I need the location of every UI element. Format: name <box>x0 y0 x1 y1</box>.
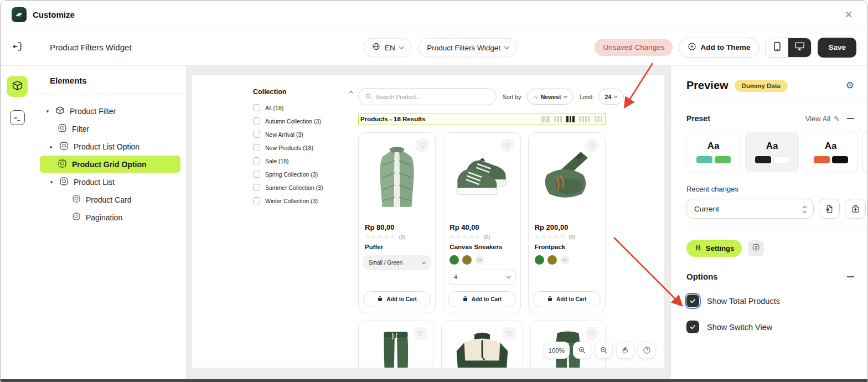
grid-3-col-active-icon[interactable] <box>566 116 575 122</box>
collection-title: Collection <box>253 88 286 96</box>
tree-item-product-list[interactable]: ▾ Product List <box>40 173 180 190</box>
mobile-view-button[interactable] <box>766 38 788 57</box>
gear-icon[interactable]: ⚙ <box>846 80 854 91</box>
grid-4-col-icon[interactable] <box>579 116 590 122</box>
plus-circle-icon <box>688 42 696 53</box>
toolbar-center: EN Product Filters Widget <box>364 38 517 57</box>
product-card-canvas-sneakers[interactable]: ♡ Rp 40,00 ☆☆☆☆☆ (0) Canvas Sneakers <box>443 132 520 313</box>
exit-button[interactable] <box>1 29 34 65</box>
tree-item-product-filter[interactable]: ▾ Product Filter <box>40 102 180 120</box>
switch-view-control <box>541 116 603 122</box>
product-price: Rp 200,00 <box>533 223 601 231</box>
search-input[interactable] <box>376 94 489 100</box>
add-to-theme-button[interactable]: Add to Theme <box>679 38 759 58</box>
typography-tab-button[interactable] <box>748 240 764 256</box>
pan-hand-button[interactable] <box>616 342 634 359</box>
tree-item-filter[interactable]: Filter <box>40 120 180 137</box>
caret-right-icon[interactable]: ▸ <box>49 144 54 149</box>
collection-option[interactable]: Sale (18) <box>253 157 358 164</box>
preset-card-green[interactable]: Aa <box>686 132 740 172</box>
tree-item-product-list-option[interactable]: ▸ Product List Option <box>40 138 180 155</box>
collection-option[interactable]: Autumn Collection (3) <box>253 117 358 125</box>
dark-color-swatch <box>832 156 848 163</box>
import-changes-button[interactable] <box>819 199 840 219</box>
grid-3-col-icon[interactable] <box>554 116 562 122</box>
collection-option[interactable]: Winter Collection (3) <box>253 197 358 204</box>
widget-selector[interactable]: Product Filters Widget <box>418 38 516 57</box>
sort-select[interactable]: ↑↓ Newest <box>527 89 574 105</box>
tree-item-pagination[interactable]: Pagination <box>40 209 180 226</box>
green-swatch[interactable] <box>450 255 459 265</box>
collection-option[interactable]: New Arrival (3) <box>253 131 358 138</box>
rating-stars: ☆☆☆☆☆ <box>535 233 566 240</box>
save-button[interactable]: Save <box>818 38 856 58</box>
product-name: Frontpack <box>533 244 601 250</box>
caret-down-icon[interactable]: ▾ <box>49 179 54 185</box>
language-selector[interactable]: EN <box>364 38 411 57</box>
product-image: ♡ <box>446 325 518 368</box>
elements-rail-button[interactable] <box>7 76 28 97</box>
logout-icon <box>12 41 23 54</box>
window-title: Customize <box>33 10 75 19</box>
help-button[interactable] <box>638 342 656 359</box>
close-icon[interactable]: ✕ <box>844 9 853 20</box>
product-card-puffer[interactable]: ♡ Rp 80,00 ☆☆☆☆☆ (0) Puffer Small / Gree… <box>358 132 436 313</box>
option-show-total-products[interactable]: Show Total Products <box>686 295 867 307</box>
rating-stars: ☆☆☆☆☆ <box>365 233 396 240</box>
collapse-section-icon[interactable] <box>847 276 854 277</box>
product-card-halfzip-sweater[interactable]: ♡ <box>441 321 523 368</box>
add-to-cart-label: Add to Cart <box>386 296 416 302</box>
collection-option[interactable]: Summer Collection (3) <box>253 184 358 191</box>
olive-swatch[interactable] <box>547 255 557 265</box>
tree-item-product-card[interactable]: Product Card <box>40 191 180 208</box>
product-card-frontpack[interactable]: ♡ Rp 200,00 ☆☆☆☆☆ (0) Frontpack <box>528 132 606 313</box>
archive-upload-button[interactable] <box>845 199 866 219</box>
green-swatch[interactable] <box>535 255 544 265</box>
option-show-switch-view[interactable]: Show Switch View <box>686 321 867 333</box>
list-view-icon[interactable] <box>595 116 603 122</box>
wishlist-heart-icon[interactable]: ♡ <box>503 327 516 340</box>
wishlist-heart-icon[interactable]: ♡ <box>585 327 599 340</box>
preset-card-mono-selected[interactable]: Aa <box>745 132 799 172</box>
collection-option[interactable]: New Products (18) <box>253 144 358 151</box>
wishlist-heart-icon[interactable]: ♡ <box>585 138 599 152</box>
collection-option[interactable]: Spring Collection (3) <box>253 171 358 178</box>
preset-title: Preset <box>686 114 710 123</box>
color-swatches: 1+ <box>448 255 515 265</box>
olive-swatch[interactable] <box>462 255 472 265</box>
desktop-view-button[interactable] <box>788 38 811 57</box>
rating-count: (0) <box>569 234 575 240</box>
left-icon-rail: >_ <box>1 66 34 379</box>
zoom-in-button[interactable] <box>573 342 591 359</box>
add-to-cart-button[interactable]: Add to Cart <box>363 291 431 307</box>
grid-2-col-icon[interactable] <box>541 116 550 122</box>
recent-changes-select[interactable]: Current <box>686 199 814 219</box>
code-rail-button[interactable]: >_ <box>10 110 25 125</box>
add-to-cart-button[interactable]: Add to Cart <box>533 291 601 307</box>
preset-card-partial[interactable]: Aa <box>862 132 868 172</box>
settings-tab-button[interactable]: Settings <box>686 240 742 257</box>
product-card-joggers[interactable]: ♡ <box>358 321 434 368</box>
tree-item-product-grid-option[interactable]: Product Grid Option <box>40 156 180 173</box>
search-icon <box>365 92 372 102</box>
options-title: Options <box>686 272 718 281</box>
preset-card-orange[interactable]: Aa <box>804 132 857 172</box>
add-to-cart-button[interactable]: Add to Cart <box>448 291 515 307</box>
edit-pen-icon: ✎ <box>834 115 840 123</box>
limit-select[interactable]: 24 <box>598 89 624 105</box>
collapse-section-icon[interactable] <box>847 118 854 119</box>
main-area: >_ Elements ▾ Product Filter Filter ▸ <box>1 66 867 379</box>
more-swatches-badge[interactable]: 1+ <box>475 255 484 265</box>
wishlist-heart-icon[interactable]: ♡ <box>414 327 427 340</box>
collection-option[interactable]: All (18) <box>253 104 358 111</box>
select-stepper-icon <box>803 205 806 213</box>
caret-down-icon[interactable]: ▾ <box>45 109 50 114</box>
zoom-out-button[interactable] <box>595 342 613 359</box>
preset-sample-text: Aa <box>766 141 778 152</box>
chevron-up-icon[interactable] <box>349 91 353 95</box>
variant-select[interactable]: Small / Green <box>363 255 431 270</box>
size-select[interactable]: 4 <box>448 270 515 285</box>
more-swatches-badge[interactable]: 1+ <box>560 255 570 265</box>
view-all-link[interactable]: View All ✎ <box>805 115 840 123</box>
wishlist-heart-icon[interactable]: ♡ <box>500 138 514 152</box>
